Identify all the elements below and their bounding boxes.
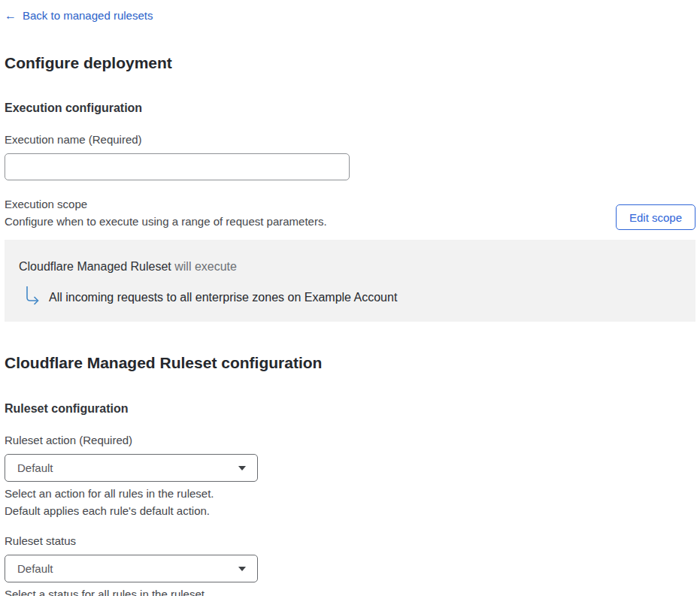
return-arrow-icon <box>24 286 41 306</box>
execution-scope-description: Configure when to execute using a range … <box>5 213 327 230</box>
will-execute-text: will execute <box>171 260 237 273</box>
execute-summary-panel: Cloudflare Managed Ruleset will execute … <box>5 240 695 322</box>
execution-configuration-heading: Execution configuration <box>5 100 695 116</box>
page-title: Configure deployment <box>5 53 695 74</box>
ruleset-action-label: Ruleset action (Required) <box>5 433 695 448</box>
ruleset-action-select[interactable]: Default <box>5 454 258 482</box>
ruleset-name-text: Cloudflare Managed Ruleset <box>19 260 171 273</box>
scope-detail-text: All incoming requests to all enterprise … <box>49 289 397 306</box>
edit-scope-button[interactable]: Edit scope <box>616 204 695 230</box>
execution-scope-label: Execution scope <box>5 197 327 212</box>
ruleset-action-help-2: Default applies each rule's default acti… <box>5 502 695 519</box>
configure-deployment-page: ← Back to managed rulesets Configure dep… <box>0 0 700 596</box>
dropdown-caret-icon <box>238 567 246 571</box>
ruleset-configuration-title: Cloudflare Managed Ruleset configuration <box>5 352 695 374</box>
execution-name-input[interactable] <box>5 153 350 180</box>
execution-name-label: Execution name (Required) <box>5 132 695 147</box>
execution-scope-text: Execution scope Configure when to execut… <box>5 197 327 230</box>
dropdown-caret-icon <box>238 466 246 470</box>
execution-scope-row: Execution scope Configure when to execut… <box>5 197 695 230</box>
back-link-label: Back to managed rulesets <box>23 8 153 23</box>
ruleset-status-value: Default <box>17 562 53 575</box>
execute-scope-detail-line: All incoming requests to all enterprise … <box>19 286 680 306</box>
ruleset-action-value: Default <box>17 461 53 474</box>
back-arrow-icon: ← <box>5 8 17 23</box>
ruleset-status-help: Select a status for all rules in the rul… <box>5 585 695 596</box>
ruleset-status-label: Ruleset status <box>5 534 695 549</box>
ruleset-configuration-heading: Ruleset configuration <box>5 401 695 417</box>
ruleset-status-select[interactable]: Default <box>5 555 258 582</box>
back-to-managed-rulesets-link[interactable]: ← Back to managed rulesets <box>5 8 153 23</box>
execute-summary-line: Cloudflare Managed Ruleset will execute <box>19 259 680 275</box>
ruleset-action-help-1: Select an action for all rules in the ru… <box>5 485 695 502</box>
